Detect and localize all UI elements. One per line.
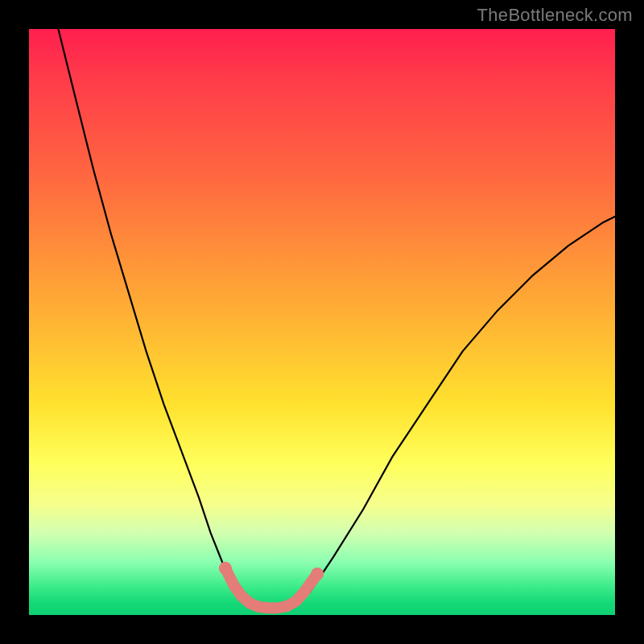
marker-path (225, 568, 317, 609)
marker-cluster (219, 562, 324, 609)
curve-right (293, 217, 615, 606)
marker-dot (311, 568, 324, 580)
curve-left (58, 29, 249, 603)
chart-svg (29, 29, 615, 615)
watermark-text: TheBottleneck.com (477, 5, 633, 26)
marker-dot (219, 562, 232, 575)
plot-area (29, 29, 615, 615)
